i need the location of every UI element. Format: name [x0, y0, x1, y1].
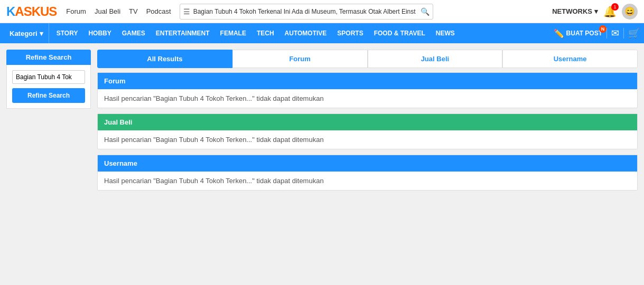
refine-search-button[interactable]: Refine Search [12, 88, 85, 103]
username-section-body: Hasil pencarian "Bagian Tubuh 4 Tokoh Te… [98, 172, 637, 190]
cat-nav-items: STORY HOBBY GAMES ENTERTAINMENT FEMALE T… [51, 23, 460, 43]
cat-tech[interactable]: TECH [251, 23, 279, 43]
chevron-down-icon: ▾ [40, 30, 43, 37]
nav-forum[interactable]: Forum [66, 7, 86, 15]
tab-jual-beli[interactable]: Jual Beli [368, 50, 503, 68]
logo[interactable]: KASKUS [6, 4, 57, 19]
top-nav-links: Forum Jual Beli TV Podcast [66, 7, 171, 15]
hamburger-icon: ☰ [183, 7, 190, 16]
buat-post-button[interactable]: ✏️ BUAT POST N [554, 28, 602, 39]
nav-podcast[interactable]: Podcast [146, 7, 171, 15]
cat-nav-right: ✏️ BUAT POST N ✉ 🛒 [554, 27, 640, 39]
sidebar-body: Refine Search [6, 65, 91, 109]
search-bar: ☰ 🔍 [180, 4, 433, 20]
notification-badge[interactable]: 🔔 1 [603, 5, 617, 18]
username-section: Username Hasil pencarian "Bagian Tubuh 4… [97, 155, 638, 191]
cat-female[interactable]: FEMALE [215, 23, 251, 43]
cat-automotive[interactable]: AUTOMOTIVE [279, 23, 332, 43]
forum-section-body: Hasil pencarian "Bagian Tubuh 4 Tokoh Te… [98, 89, 637, 108]
cart-icon[interactable]: 🛒 [628, 27, 640, 39]
cat-hobby[interactable]: HOBBY [83, 23, 116, 43]
nav-jual-beli[interactable]: Jual Beli [95, 7, 120, 15]
refine-search-title: Refine Search [6, 50, 91, 65]
sidebar: Refine Search Refine Search [6, 50, 91, 248]
buat-post-badge: N [599, 25, 606, 33]
category-navigation: Kategori ▾ STORY HOBBY GAMES ENTERTAINME… [0, 23, 644, 43]
logo-k: K [6, 4, 15, 18]
cat-story[interactable]: STORY [51, 23, 83, 43]
logo-askus: ASKUS [15, 4, 57, 18]
top-nav-right: NETWORKS ▾ 🔔 1 😄 [552, 4, 638, 20]
jual-beli-section-body: Hasil pencarian "Bagian Tubuh 4 Tokoh Te… [98, 130, 637, 149]
cat-news[interactable]: NEWS [431, 23, 460, 43]
result-tabs: All Results Forum Jual Beli Username [97, 50, 638, 68]
mail-icon[interactable]: ✉ [611, 27, 619, 39]
tab-all-results[interactable]: All Results [97, 50, 232, 68]
avatar[interactable]: 😄 [622, 4, 638, 20]
networks-button[interactable]: NETWORKS ▾ [552, 7, 598, 15]
results-area: All Results Forum Jual Beli Username For… [97, 50, 638, 248]
main-content: Refine Search Refine Search All Results … [0, 43, 644, 254]
cat-games[interactable]: GAMES [117, 23, 151, 43]
forum-section-header: Forum [98, 73, 637, 89]
kategori-button[interactable]: Kategori ▾ [4, 23, 49, 43]
pencil-icon: ✏️ [554, 28, 564, 39]
username-section-header: Username [98, 155, 637, 172]
top-navigation: KASKUS Forum Jual Beli TV Podcast ☰ 🔍 NE… [0, 0, 644, 23]
jual-beli-section-header: Jual Beli [98, 114, 637, 130]
cat-entertainment[interactable]: ENTERTAINMENT [151, 23, 215, 43]
jual-beli-section: Jual Beli Hasil pencarian "Bagian Tubuh … [97, 113, 638, 149]
divider [606, 28, 607, 39]
forum-section: Forum Hasil pencarian "Bagian Tubuh 4 To… [97, 72, 638, 108]
cat-food-travel[interactable]: FOOD & TRAVEL [369, 23, 431, 43]
divider-2 [623, 28, 624, 39]
sidebar-search-input[interactable] [12, 70, 85, 84]
cat-sports[interactable]: SPORTS [332, 23, 368, 43]
search-icon[interactable]: 🔍 [421, 7, 430, 16]
nav-tv[interactable]: TV [129, 7, 138, 15]
chevron-down-icon: ▾ [594, 7, 598, 15]
notif-count: 1 [611, 3, 619, 11]
tab-username[interactable]: Username [502, 50, 638, 68]
search-input[interactable] [193, 8, 421, 15]
tab-forum[interactable]: Forum [232, 50, 368, 68]
